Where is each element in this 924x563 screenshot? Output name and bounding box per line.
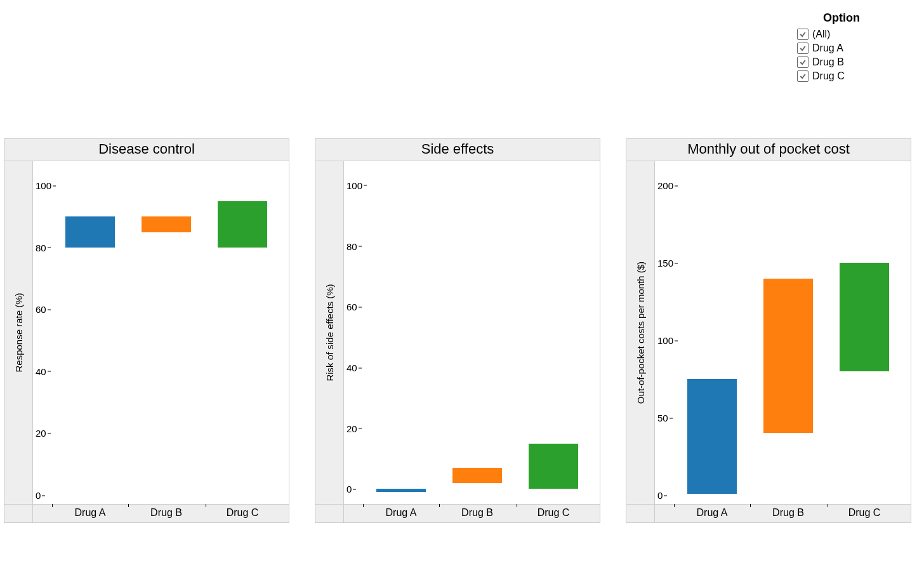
- plot-area: 020406080100: [33, 161, 289, 504]
- y-tick-label: 40: [36, 366, 46, 376]
- y-tick-label: 80: [346, 241, 357, 251]
- checkbox-icon[interactable]: [797, 56, 808, 68]
- y-axis-strip: Out-of-pocket costs per month ($): [626, 161, 655, 504]
- x-tick-label: Drug C: [227, 507, 259, 519]
- legend-item-label: Drug C: [812, 70, 845, 82]
- y-tick-label: 50: [657, 413, 668, 423]
- x-tick-label: Drug C: [848, 507, 881, 519]
- y-tick-label: 0: [657, 490, 663, 501]
- x-tick-label: Drug A: [697, 507, 728, 519]
- x-axis-strip: Drug ADrug BDrug C: [315, 505, 600, 523]
- bar-druga: [687, 379, 737, 493]
- axis-corner: [4, 505, 33, 522]
- legend-item-drugc[interactable]: Drug C: [797, 69, 886, 83]
- chart-panel: Side effectsRisk of side effects (%)0204…: [315, 138, 600, 523]
- y-axis-strip: Risk of side effects (%): [315, 161, 344, 504]
- x-tick-mark: [206, 504, 206, 507]
- y-axis-strip: Response rate (%): [4, 161, 33, 504]
- bar-drugc: [529, 444, 578, 489]
- chart-title: Side effects: [315, 138, 600, 161]
- y-tick-label: 100: [346, 180, 362, 190]
- x-tick-mark: [52, 504, 53, 507]
- legend-item-all[interactable]: (All): [797, 27, 886, 41]
- legend: Option (All)Drug ADrug BDrug C: [797, 11, 886, 83]
- x-axis-strip: Drug ADrug BDrug C: [626, 505, 911, 523]
- plot-box: Response rate (%)020406080100: [4, 161, 289, 505]
- chart-title: Disease control: [4, 138, 289, 161]
- chart-title: Monthly out of pocket cost: [626, 138, 911, 161]
- bar-drugb: [452, 468, 502, 483]
- x-tick-mark: [517, 504, 517, 507]
- plot-box: Risk of side effects (%)020406080100: [315, 161, 600, 505]
- y-axis-label: Response rate (%): [13, 293, 24, 372]
- y-tick-label: 40: [346, 362, 357, 373]
- x-tick-mark: [674, 504, 675, 507]
- x-tick-label: Drug A: [75, 507, 106, 519]
- x-tick-mark: [750, 504, 751, 507]
- plot-area: 020406080100: [344, 161, 600, 504]
- x-tick-label: Drug B: [772, 507, 804, 519]
- legend-title: Option: [797, 11, 886, 25]
- checkbox-icon[interactable]: [797, 43, 808, 54]
- x-tick-label: Drug C: [538, 507, 570, 519]
- y-axis-label: Out-of-pocket costs per month ($): [635, 262, 646, 404]
- legend-item-label: (All): [812, 29, 830, 40]
- bar-drugc: [218, 201, 267, 248]
- chart-panel: Monthly out of pocket costOut-of-pocket …: [626, 138, 911, 523]
- bar-drugb: [142, 216, 191, 232]
- legend-item-label: Drug B: [812, 56, 844, 68]
- plot-box: Out-of-pocket costs per month ($)0501001…: [626, 161, 911, 505]
- x-labels: Drug ADrug BDrug C: [33, 505, 289, 522]
- legend-item-druga[interactable]: Drug A: [797, 41, 886, 55]
- y-tick-label: 200: [657, 180, 673, 191]
- x-tick-mark: [128, 504, 129, 507]
- x-labels: Drug ADrug BDrug C: [655, 505, 911, 522]
- x-tick-mark: [828, 504, 828, 507]
- y-tick-label: 100: [657, 335, 673, 346]
- y-tick-label: 20: [346, 423, 357, 434]
- checkbox-icon[interactable]: [797, 29, 808, 40]
- x-axis-strip: Drug ADrug BDrug C: [4, 505, 289, 523]
- x-tick-mark: [363, 504, 364, 507]
- x-tick-label: Drug B: [461, 507, 493, 519]
- axis-corner: [626, 505, 655, 522]
- x-tick-label: Drug B: [150, 507, 182, 519]
- y-tick-label: 80: [36, 242, 46, 253]
- y-tick-label: 0: [346, 484, 352, 494]
- y-tick-label: 60: [36, 304, 46, 315]
- plot-area: 050100150200: [655, 161, 911, 504]
- y-tick-label: 20: [36, 428, 46, 439]
- bar-drugc: [840, 263, 889, 371]
- bar-druga: [65, 216, 115, 248]
- y-tick-label: 0: [36, 490, 41, 501]
- y-tick-label: 100: [36, 180, 51, 191]
- checkbox-icon[interactable]: [797, 70, 808, 82]
- legend-item-drugb[interactable]: Drug B: [797, 55, 886, 69]
- y-tick-label: 60: [346, 301, 357, 312]
- bar-drugb: [763, 279, 813, 434]
- axis-corner: [315, 505, 344, 522]
- charts-row: Disease controlResponse rate (%)02040608…: [4, 138, 911, 523]
- y-axis-label: Risk of side effects (%): [324, 284, 335, 381]
- x-tick-label: Drug A: [386, 507, 417, 519]
- x-labels: Drug ADrug BDrug C: [344, 505, 600, 522]
- chart-panel: Disease controlResponse rate (%)02040608…: [4, 138, 289, 523]
- bar-druga: [376, 489, 426, 492]
- legend-item-label: Drug A: [812, 43, 843, 54]
- y-tick-label: 150: [657, 258, 673, 268]
- x-tick-mark: [439, 504, 440, 507]
